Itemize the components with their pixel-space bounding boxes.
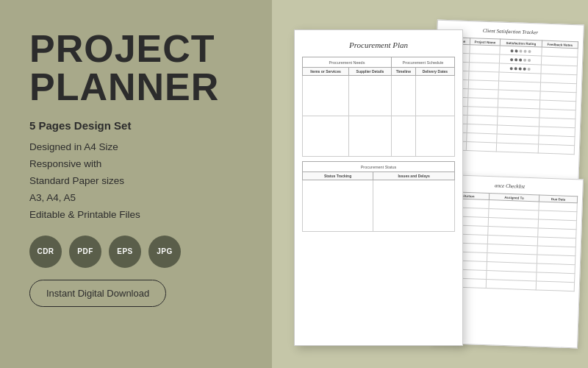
design-info: Designed in A4 Size Responsive with Stan… <box>29 139 243 224</box>
subtitle-text: 5 Pages Design Set <box>29 119 243 132</box>
col3-header: Timeline <box>391 68 415 76</box>
status-header: Procurement Status <box>303 162 455 172</box>
col4-header: Delivery Dates <box>415 68 454 76</box>
needs-header: Procurement Needs <box>303 57 392 68</box>
info-line-5: Editable & Printable Files <box>29 207 243 224</box>
badges-row: CDR PDF EPS JPG <box>29 236 243 268</box>
badge-cdr: CDR <box>29 236 62 268</box>
info-line-1: Designed in A4 Size <box>29 139 243 156</box>
left-panel: PROJECT PLANNER 5 Pages Design Set Desig… <box>0 0 272 368</box>
info-line-3: Standard Paper sizes <box>29 173 243 190</box>
schedule-header: Procurement Schedule <box>391 57 454 68</box>
col2-header: Supplier Details <box>349 68 392 76</box>
badge-pdf: PDF <box>69 236 101 268</box>
col5-header: Status Tracking <box>303 172 373 180</box>
info-line-4: A3, A4, A5 <box>29 190 243 207</box>
doc-front: Procurement Plan Procurement Needs Procu… <box>294 29 463 346</box>
badge-jpg: JPG <box>148 236 181 268</box>
badge-eps: EPS <box>109 236 141 268</box>
col1-header: Items or Services <box>303 68 349 76</box>
page-title-line2: PLANNER <box>29 68 243 106</box>
col6-header: Issues and Delays <box>373 172 455 180</box>
subtitle-block: 5 Pages Design Set <box>29 119 243 132</box>
right-panel: Client Satisfaction Tracker Client Name … <box>272 0 588 368</box>
download-button[interactable]: Instant Digital Download <box>29 280 166 307</box>
main-doc-title: Procurement Plan <box>302 40 455 49</box>
info-line-2: Responsive with <box>29 156 243 173</box>
page-title-line1: PROJECT <box>29 29 243 68</box>
title-block: PROJECT PLANNER <box>29 29 243 106</box>
doc-container: Client Satisfaction Tracker Client Name … <box>287 15 573 353</box>
